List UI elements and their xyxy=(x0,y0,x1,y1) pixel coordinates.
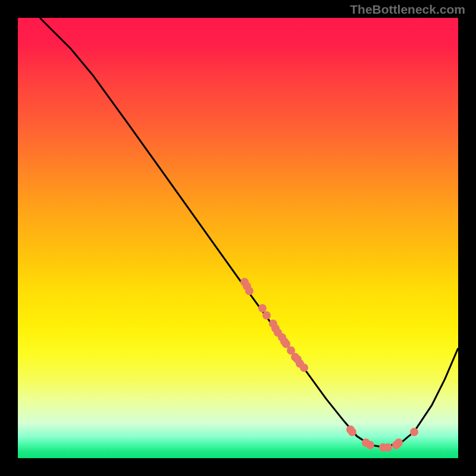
watermark-text: TheBottleneck.com xyxy=(350,2,465,17)
chart-plot-area xyxy=(18,18,458,458)
data-point xyxy=(410,428,418,436)
curve-line xyxy=(18,18,458,458)
data-point xyxy=(245,287,253,295)
data-point xyxy=(384,443,392,452)
data-point xyxy=(366,441,374,449)
data-point xyxy=(394,439,403,447)
data-point xyxy=(348,428,356,436)
data-point xyxy=(300,364,308,372)
data-point xyxy=(262,311,271,320)
